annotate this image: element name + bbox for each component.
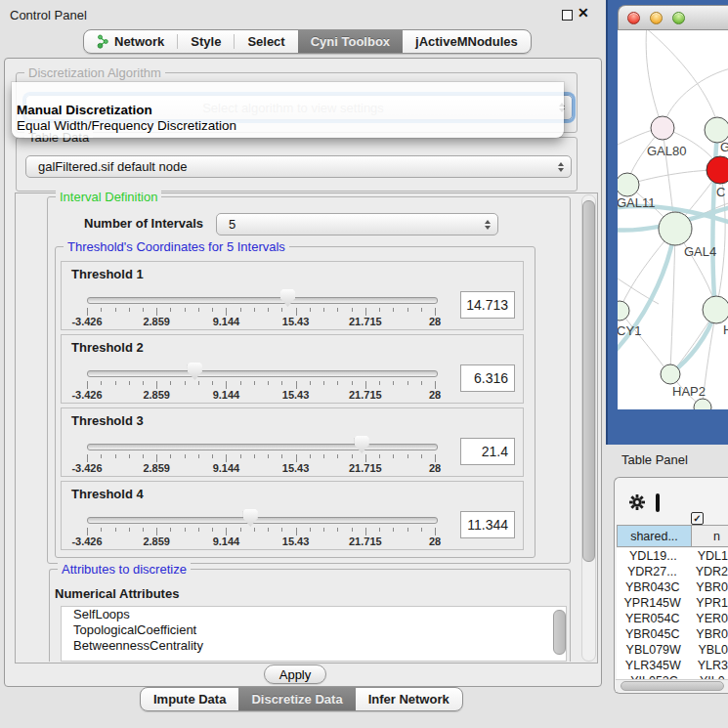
slider-tick — [212, 308, 213, 312]
table-row[interactable]: YDL19...YDL1 — [617, 548, 728, 564]
network-window-titlebar[interactable] — [618, 5, 728, 30]
slider-thumb[interactable] — [243, 509, 258, 527]
node-label-gcy1: GCY1 — [618, 323, 641, 338]
columns-icon[interactable] — [656, 493, 660, 512]
slider-tick — [198, 381, 199, 385]
slider-tick — [323, 528, 324, 532]
table-row[interactable]: YBR045CYBR0 — [617, 626, 728, 642]
numerical-attributes-list[interactable]: SelfLoopsTopologicalCoefficientBetweenne… — [61, 606, 567, 662]
threshold-value-field[interactable]: 21.4 — [460, 438, 515, 465]
slider-tick — [337, 381, 338, 385]
slider-tick — [365, 308, 366, 316]
horizontal-scrollbar-thumb[interactable] — [621, 681, 724, 691]
zoom-traffic-light-icon[interactable] — [672, 12, 685, 24]
slider-track[interactable] — [87, 297, 438, 304]
slider-tick — [407, 454, 408, 458]
combo-arrows-icon — [485, 220, 491, 230]
close-traffic-light-icon[interactable] — [627, 12, 640, 24]
panel-title: Control Panel — [10, 8, 87, 22]
vertical-scrollbar-thumb[interactable] — [582, 200, 595, 562]
slider-tick — [115, 381, 116, 385]
slider-tick — [393, 528, 394, 532]
minimize-traffic-light-icon[interactable] — [650, 12, 663, 24]
slider-tick — [185, 454, 186, 458]
table-row[interactable]: YBL079WYBL0 — [617, 642, 728, 658]
tab-style[interactable]: Style — [178, 30, 234, 53]
slider-tick — [115, 308, 116, 312]
tab-discretize-data[interactable]: Discretize Data — [238, 688, 355, 710]
slider-track[interactable] — [87, 370, 438, 377]
number-of-intervals-combobox[interactable]: 5 — [216, 213, 498, 236]
attributes-list-scrollbar-thumb[interactable] — [553, 610, 566, 655]
attribute-list-item[interactable]: BetweennessCentrality — [62, 638, 566, 654]
slider-thumb[interactable] — [355, 436, 369, 453]
tab-select[interactable]: Select — [235, 30, 297, 53]
popup-item-manual-discretization[interactable]: Manual Discretization — [15, 103, 561, 117]
tab-jactivemnodules[interactable]: jActiveMNodules — [403, 30, 531, 53]
close-icon[interactable]: ✕ — [578, 5, 589, 21]
checkbox-checked-icon[interactable] — [691, 512, 704, 525]
table-row[interactable]: YBR043CYBR0 — [617, 579, 728, 595]
node-label-h: H — [723, 322, 728, 337]
table-row[interactable]: YPR145WYPR1 — [617, 595, 728, 611]
slider-scale-label: 9.144 — [213, 389, 240, 401]
popup-item-equal-width-frequency[interactable]: Equal Width/Frequency Discretization — [15, 118, 561, 133]
threshold-value-field[interactable]: 14.713 — [460, 291, 515, 319]
tab-impute-data[interactable]: Impute Data — [141, 688, 238, 710]
slider-tick — [365, 528, 366, 535]
slider-tick — [310, 454, 311, 458]
slider-tick — [101, 308, 102, 312]
tab-network[interactable]: Network — [84, 30, 177, 53]
slider-tick — [421, 528, 422, 532]
slider-tick — [212, 381, 213, 385]
slider-tick — [87, 454, 88, 462]
slider-tick — [129, 308, 130, 312]
slider-tick — [435, 454, 436, 462]
slider-scale-label: 2.859 — [143, 389, 170, 401]
slider-tick — [352, 454, 353, 458]
slider-tick — [421, 381, 422, 385]
number-of-intervals-label: Number of Intervals — [84, 216, 203, 231]
slider-scale-label: 15.43 — [282, 462, 310, 474]
table-row[interactable]: YER054CYER0 — [617, 611, 728, 626]
slider-tick — [254, 528, 255, 532]
table-row[interactable]: YLR345WYLR3 — [617, 658, 728, 673]
network-view-canvas[interactable]: GAL80GACGAL11GAL4GCY1HHAP2 — [618, 30, 728, 409]
slider-tick — [115, 528, 116, 532]
tab-cyni-toolbox[interactable]: Cyni Toolbox — [298, 30, 403, 53]
slider-tick — [156, 308, 157, 316]
slider-scale-label: 9.144 — [213, 316, 240, 327]
slider-tick — [310, 308, 311, 312]
attribute-list-item[interactable]: SelfLoops — [62, 607, 566, 622]
slider-thumb[interactable] — [280, 289, 295, 307]
column-header-shared-name[interactable]: shared... — [617, 525, 692, 547]
float-window-icon[interactable] — [562, 10, 573, 21]
column-header-name[interactable]: n — [691, 525, 728, 547]
table-row[interactable]: YDR27...YDR2 — [617, 564, 728, 579]
table-data-combobox[interactable]: galFiltered.sif default node — [25, 155, 572, 178]
slider-tick — [268, 454, 269, 458]
threshold-value-field[interactable]: 6.316 — [460, 364, 515, 392]
gear-icon[interactable] — [628, 493, 646, 514]
slider-tick — [212, 454, 213, 458]
slider-tick — [254, 381, 255, 385]
slider-track[interactable] — [87, 444, 438, 450]
slider-tick — [352, 528, 353, 532]
attribute-list-item[interactable]: TopologicalCoefficient — [62, 622, 566, 638]
numerical-attributes-label: Numerical Attributes — [55, 586, 179, 601]
apply-button[interactable]: Apply — [264, 664, 326, 684]
discretization-algorithm-title: Discretization Algorithm — [24, 65, 165, 80]
tab-network-label: Network — [114, 34, 164, 49]
slider-tick — [170, 528, 171, 532]
slider-tick — [379, 381, 380, 385]
slider-scale-label: 28 — [429, 389, 441, 401]
slider-tick — [87, 308, 88, 316]
slider-tick — [365, 454, 366, 462]
slider-scale-label: 9.144 — [213, 462, 240, 474]
table-rows[interactable]: YDL19...YDL1YDR27...YDR2YBR043CYBR0YPR14… — [617, 548, 728, 679]
slider-tick — [143, 528, 144, 532]
slider-track[interactable] — [87, 517, 438, 524]
tab-infer-network[interactable]: Infer Network — [356, 688, 462, 710]
threshold-value-field[interactable]: 11.344 — [460, 511, 515, 538]
slider-thumb[interactable] — [188, 363, 202, 380]
